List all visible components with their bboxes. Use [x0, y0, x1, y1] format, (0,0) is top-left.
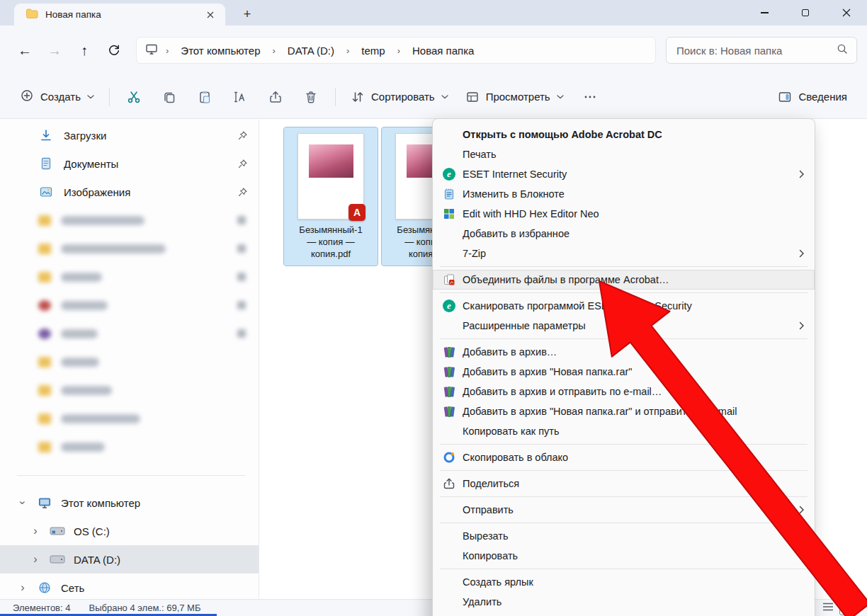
folder-icon	[38, 442, 51, 452]
menu-separator	[440, 444, 808, 445]
sidebar-item-this-pc[interactable]: › Этот компьютер	[0, 489, 259, 517]
breadcrumb-item-drive[interactable]: DATA (D:)	[283, 42, 339, 59]
view-button[interactable]: Просмотреть	[457, 83, 572, 111]
copy-button[interactable]	[152, 83, 187, 111]
tab-close-icon[interactable]	[203, 7, 218, 23]
sidebar-item-drive-c[interactable]: › OS (C:)	[0, 517, 259, 545]
more-options-button[interactable]	[572, 83, 608, 111]
folder-icon	[38, 357, 51, 367]
sidebar-item-redacted[interactable]	[0, 376, 259, 404]
eset-icon: e	[441, 300, 457, 312]
sort-icon	[351, 90, 365, 104]
paste-button[interactable]	[187, 83, 222, 111]
refresh-button[interactable]	[99, 36, 129, 64]
menu-item-share[interactable]: Поделиться	[433, 474, 815, 494]
menu-item-copy-to-cloud[interactable]: Скопировать в облако	[433, 447, 815, 467]
menu-item-rename[interactable]: Переименовать	[433, 612, 815, 616]
menu-item-copy-as-path[interactable]: Копировать как путь	[433, 421, 815, 441]
downloads-icon	[38, 128, 54, 142]
pin-icon	[238, 188, 247, 197]
share-button[interactable]	[258, 83, 293, 111]
sidebar-item-network[interactable]: › Сеть	[0, 574, 259, 599]
menu-item-advanced-options[interactable]: Расширенные параметры	[433, 316, 815, 336]
toolbar-divider	[109, 88, 110, 106]
sidebar-item-redacted[interactable]	[0, 433, 259, 461]
menu-item-edit-notepad[interactable]: Изменить в Блокноте	[433, 184, 815, 204]
search-input[interactable]	[668, 45, 837, 57]
menu-item-add-to-archive-named[interactable]: Добавить в архив "Новая папка.rar"	[433, 362, 815, 382]
pin-icon	[237, 301, 246, 309]
explorer-window: Новая папка + ← → ↑ › Этот компьютер	[0, 0, 867, 616]
maximize-button[interactable]	[785, 0, 826, 25]
details-view-icon[interactable]	[822, 602, 834, 614]
redacted-label	[61, 301, 108, 310]
menu-item-add-favorites[interactable]: Добавить в избранное	[433, 224, 815, 244]
menu-item-print[interactable]: Печать	[433, 144, 815, 164]
sidebar-item-redacted[interactable]	[0, 234, 259, 263]
menu-item-archive-email[interactable]: Добавить в архив и отправить по e-mail…	[433, 382, 815, 401]
chevron-collapsed-icon[interactable]: ›	[30, 553, 41, 566]
delete-button[interactable]	[293, 83, 329, 111]
sidebar-item-pictures[interactable]: Изображения	[0, 178, 259, 206]
sidebar-item-redacted[interactable]	[0, 348, 259, 376]
toolbar-divider	[335, 88, 336, 106]
copy-icon	[162, 90, 176, 104]
chevron-down-icon	[557, 95, 564, 99]
up-button[interactable]: ↑	[69, 36, 99, 64]
app-icon	[38, 300, 51, 311]
trash-icon	[304, 90, 318, 104]
tab-title: Новая папка	[45, 9, 101, 20]
breadcrumb[interactable]: › Этот компьютер › DATA (D:) › temp › Но…	[136, 37, 656, 64]
rename-button[interactable]	[222, 83, 258, 111]
redacted-label	[61, 414, 140, 423]
sidebar-item-drive-d[interactable]: › DATA (D:)	[0, 545, 259, 574]
menu-item-send-to[interactable]: Отправить	[433, 500, 815, 520]
sidebar-item-documents[interactable]: Документы	[0, 149, 259, 178]
minimize-button[interactable]	[744, 0, 785, 25]
pin-icon	[237, 244, 246, 253]
pin-icon	[237, 216, 246, 224]
cut-button[interactable]	[116, 83, 152, 111]
chevron-collapsed-icon[interactable]: ›	[30, 525, 41, 537]
menu-separator	[440, 496, 808, 497]
menu-item-7zip[interactable]: 7-Zip	[433, 244, 815, 263]
sidebar-item-downloads[interactable]: Загрузки	[0, 121, 259, 149]
acrobat-combine-icon	[441, 273, 457, 286]
menu-item-create-shortcut[interactable]: Создать ярлык	[433, 572, 815, 592]
breadcrumb-item-current[interactable]: Новая папка	[408, 42, 478, 59]
folder-icon	[38, 215, 51, 226]
folder-icon	[38, 244, 51, 254]
menu-item-eset-scan[interactable]: e Сканировать программой ESET Internet S…	[433, 296, 815, 316]
sidebar-item-redacted[interactable]	[0, 206, 259, 234]
new-tab-button[interactable]: +	[238, 6, 256, 23]
sidebar-item-redacted[interactable]	[0, 263, 259, 291]
menu-item-open-with-acrobat[interactable]: Открыть с помощью Adobe Acrobat DC	[433, 125, 815, 144]
breadcrumb-item-temp[interactable]: temp	[357, 42, 389, 59]
large-icons-view-icon[interactable]	[839, 601, 854, 615]
sidebar-item-redacted[interactable]	[0, 404, 259, 433]
menu-item-copy[interactable]: Копировать	[433, 546, 815, 566]
chevron-expanded-icon[interactable]: ›	[16, 497, 29, 508]
menu-item-archive-named-email[interactable]: Добавить в архив "Новая папка.rar" и отп…	[433, 401, 815, 421]
search-icon[interactable]	[837, 43, 848, 57]
breadcrumb-item-this-pc[interactable]: Этот компьютер	[176, 42, 264, 59]
menu-item-cut[interactable]: Вырезать	[433, 526, 815, 546]
menu-item-combine-acrobat[interactable]: Объединить файлы в программе Acrobat…	[433, 270, 815, 290]
explorer-tab[interactable]: Новая папка	[14, 4, 225, 25]
back-button[interactable]: ←	[10, 36, 40, 64]
details-pane-button[interactable]: Сведения	[769, 83, 856, 111]
chevron-collapsed-icon[interactable]: ›	[17, 581, 28, 594]
menu-item-delete[interactable]: Удалить	[433, 592, 815, 612]
menu-item-hex-editor[interactable]: Edit with HHD Hex Editor Neo	[433, 204, 815, 224]
create-button[interactable]: Создать	[11, 83, 103, 111]
sidebar-item-redacted[interactable]	[0, 319, 259, 348]
sidebar-item-redacted[interactable]	[0, 291, 259, 319]
menu-item-eset[interactable]: e ESET Internet Security	[433, 164, 815, 184]
sort-button[interactable]: Сортировать	[342, 83, 457, 111]
network-icon	[37, 581, 52, 595]
close-button[interactable]	[826, 0, 867, 25]
sidebar-label: OS (C:)	[74, 525, 110, 537]
file-tile-pdf-1[interactable]: A Безымянный-1 — копия — копия.pdf	[284, 127, 378, 266]
forward-button[interactable]: →	[40, 36, 69, 64]
menu-item-add-to-archive[interactable]: Добавить в архив…	[433, 342, 815, 362]
